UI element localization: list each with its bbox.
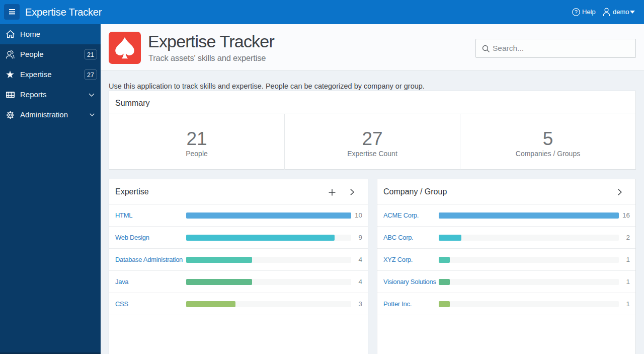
svg-text:?: ? — [575, 9, 578, 15]
